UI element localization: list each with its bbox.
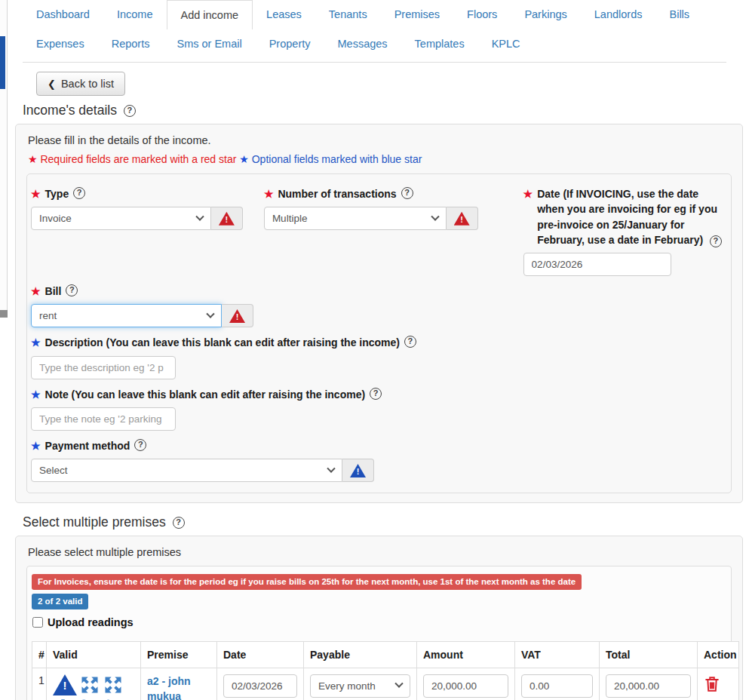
premise-link[interactable]: a2 - john mukua — [147, 675, 191, 700]
required-note: Required fields are marked with a red st… — [40, 153, 236, 165]
premises-intro-text: Please select multiple premises — [28, 546, 732, 558]
col-header-premise: Premise — [141, 641, 217, 668]
income-fieldset: Type Invoice Number of transa — [26, 173, 732, 493]
bill-select[interactable]: rent — [31, 304, 222, 327]
tab-leases[interactable]: Leases — [266, 0, 302, 29]
transactions-warning-addon[interactable] — [447, 207, 478, 230]
table-row: 1 — [32, 668, 739, 700]
tab-parkings[interactable]: Parkings — [524, 0, 566, 29]
payment-method-label: Payment method — [45, 438, 130, 453]
type-select[interactable]: Invoice — [31, 207, 211, 230]
left-scrollbar-track[interactable] — [0, 0, 8, 318]
tab-tenants[interactable]: Tenants — [329, 0, 367, 29]
bill-label-row: Bill — [31, 284, 727, 299]
income-intro-text: Please fill in the details of the income… — [28, 134, 732, 146]
transactions-label-row: Number of transactions — [264, 186, 478, 201]
red-star-icon — [31, 186, 41, 201]
upload-readings-label: Upload readings — [48, 616, 134, 628]
payment-method-warning-addon[interactable] — [342, 459, 374, 482]
red-star-icon — [264, 186, 274, 201]
premises-panel: Please select multiple premises For Invo… — [15, 536, 743, 700]
row-amount-input[interactable] — [423, 674, 508, 698]
page-title: Income's details — [23, 103, 117, 118]
nav-row-1: Dashboard Income Add income Leases Tenan… — [23, 0, 737, 29]
row-date-input[interactable] — [223, 674, 297, 698]
note-label-row: Note (You can leave this blank can edit … — [31, 387, 727, 402]
premises-title-row: Select multiple premises — [23, 514, 749, 530]
date-help-icon[interactable] — [710, 235, 722, 247]
nav-underline — [23, 62, 726, 63]
col-header-valid: Valid — [47, 641, 141, 668]
back-to-list-button[interactable]: Back to list — [36, 72, 125, 96]
help-icon[interactable] — [124, 105, 136, 117]
blue-star-icon — [31, 438, 41, 453]
payment-method-select[interactable]: Select — [31, 459, 342, 482]
col-header-date: Date — [217, 641, 304, 668]
bill-label: Bill — [45, 284, 62, 299]
tab-reports[interactable]: Reports — [112, 29, 150, 58]
description-label: Description (You can leave this blank ca… — [45, 335, 400, 350]
description-label-row: Description (You can leave this blank ca… — [31, 335, 727, 350]
col-header-payable: Payable — [304, 641, 417, 668]
tab-property[interactable]: Property — [269, 29, 311, 58]
description-help-icon[interactable] — [404, 336, 416, 348]
tab-kplc[interactable]: KPLC — [492, 29, 520, 58]
type-warning-addon[interactable] — [211, 207, 243, 230]
warning-triangle-icon[interactable] — [53, 674, 77, 695]
row-number: 1 — [32, 668, 47, 700]
upload-readings-checkbox[interactable] — [32, 617, 43, 628]
expand-arrows-icon[interactable] — [103, 674, 124, 695]
tab-sms-or-email[interactable]: Sms or Email — [177, 29, 241, 58]
tab-messages[interactable]: Messages — [338, 29, 388, 58]
payment-method-label-row: Payment method — [31, 438, 727, 453]
date-input[interactable] — [523, 253, 671, 276]
tab-expenses[interactable]: Expenses — [36, 29, 84, 58]
delete-row-button[interactable] — [704, 674, 720, 696]
main-nav: Dashboard Income Add income Leases Tenan… — [0, 0, 749, 58]
note-help-icon[interactable] — [370, 388, 382, 400]
type-help-icon[interactable] — [73, 187, 85, 199]
note-input[interactable] — [31, 407, 176, 431]
col-header-num: # — [32, 641, 47, 668]
description-input[interactable] — [31, 356, 176, 379]
payment-method-help-icon[interactable] — [134, 439, 146, 451]
optional-note: Optional fields marked with blue star — [252, 153, 422, 165]
premises-help-icon[interactable] — [173, 517, 185, 529]
invoice-date-alert-badge: For Invoices, ensure the date is for the… — [32, 574, 582, 590]
row-payable-select[interactable]: Every month — [310, 674, 410, 698]
tab-income[interactable]: Income — [117, 0, 153, 29]
back-button-label: Back to list — [61, 78, 114, 90]
chevron-down-icon — [394, 680, 403, 688]
tab-landlords[interactable]: Landlords — [594, 0, 643, 29]
income-details-panel: Please fill in the details of the income… — [15, 124, 743, 503]
blue-star-icon — [31, 387, 41, 402]
col-header-action: Action — [698, 641, 739, 668]
tab-floors[interactable]: Floors — [467, 0, 497, 29]
col-header-total: Total — [600, 641, 698, 668]
transactions-select[interactable]: Multiple — [264, 207, 447, 230]
expand-arrows-icon[interactable] — [79, 674, 100, 695]
tab-premises[interactable]: Premises — [394, 0, 440, 29]
tab-dashboard[interactable]: Dashboard — [36, 0, 90, 29]
date-label-row: Date (If INVOICING, use the date when yo… — [523, 186, 727, 247]
transactions-help-icon[interactable] — [401, 187, 413, 199]
bill-select-value: rent — [39, 310, 57, 321]
warning-triangle-icon — [219, 212, 235, 226]
col-header-amount: Amount — [417, 641, 515, 668]
type-label-row: Type — [31, 186, 243, 201]
row-vat-input[interactable] — [521, 674, 593, 698]
trash-icon — [704, 674, 720, 694]
left-scrollbar-end-cap — [0, 310, 8, 318]
tab-templates[interactable]: Templates — [415, 29, 465, 58]
warning-triangle-icon — [350, 464, 366, 477]
tab-add-income[interactable]: Add income — [167, 0, 253, 29]
bill-help-icon[interactable] — [66, 284, 78, 296]
bill-warning-addon[interactable] — [222, 304, 253, 327]
tab-bills[interactable]: Bills — [669, 0, 689, 29]
col-header-vat: VAT — [515, 641, 600, 668]
premises-table: # Valid Premise Date Payable Amount VAT … — [32, 641, 739, 700]
left-scrollbar-thumb[interactable] — [0, 36, 5, 89]
row-total-input[interactable] — [606, 674, 691, 698]
chevron-down-icon — [206, 309, 214, 318]
warning-triangle-icon — [454, 212, 470, 226]
